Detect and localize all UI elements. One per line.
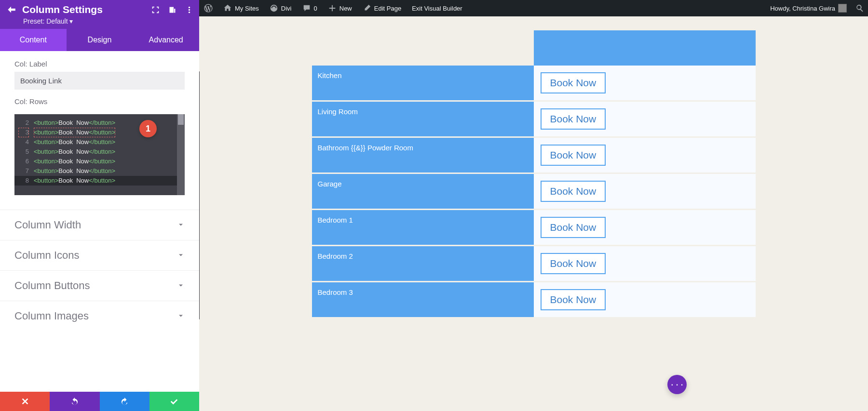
- edit-page-label: Edit Page: [374, 5, 401, 12]
- page-canvas: KitchenLiving RoomBathroom {{&}} Powder …: [199, 16, 868, 411]
- col-rows-label: Col: Rows: [14, 97, 185, 106]
- svg-point-1: [189, 9, 190, 10]
- chevron-down-icon: [177, 252, 185, 259]
- code-line[interactable]: 5<button>Book Now</button>: [14, 147, 185, 157]
- tab-content[interactable]: Content: [0, 29, 67, 51]
- code-line[interactable]: 4<button>Book Now</button>: [14, 137, 185, 147]
- col-label-label: Col: Label: [14, 60, 185, 68]
- howdy-label: Howdy, Christina Gwira: [770, 5, 835, 12]
- book-now-button[interactable]: Book Now: [541, 72, 606, 93]
- comments-count: 0: [314, 5, 317, 12]
- redo-icon: [120, 397, 129, 406]
- table-row: Book Now: [534, 138, 756, 172]
- close-icon: [21, 397, 29, 406]
- accordion-column-width[interactable]: Column Width: [0, 210, 199, 240]
- user-menu[interactable]: Howdy, Christina Gwira: [765, 0, 852, 16]
- code-line[interactable]: 2<button>Book Now</button>: [14, 118, 185, 128]
- site-label: Divi: [281, 5, 292, 12]
- chevron-down-icon: [177, 282, 185, 290]
- table-row: Book Now: [534, 102, 756, 136]
- back-icon[interactable]: [6, 4, 16, 15]
- accordion-column-icons[interactable]: Column Icons: [0, 240, 199, 270]
- preset-indicator[interactable]: Preset: Default ▾: [23, 17, 193, 25]
- table-row: Book Now: [534, 210, 756, 245]
- pencil-icon: [363, 4, 371, 13]
- wordpress-icon: [204, 4, 213, 13]
- table-row: Book Now: [534, 246, 756, 281]
- table-row: Book Now: [534, 66, 756, 100]
- book-now-button[interactable]: Book Now: [541, 253, 606, 274]
- my-sites-menu[interactable]: My Sites: [218, 0, 264, 16]
- plus-icon: [328, 4, 337, 13]
- chevron-down-icon: [177, 312, 185, 320]
- accordion-column-buttons[interactable]: Column Buttons: [0, 270, 199, 301]
- svg-point-0: [189, 6, 190, 8]
- table-row: Book Now: [534, 174, 756, 209]
- cancel-button[interactable]: [0, 392, 50, 411]
- table-row-label: Living Room: [312, 102, 534, 136]
- table-row: Book Now: [534, 282, 756, 317]
- tab-bar: Content Design Advanced: [0, 29, 199, 51]
- undo-icon: [70, 397, 79, 406]
- tab-design[interactable]: Design: [67, 29, 133, 51]
- site-menu[interactable]: Divi: [265, 0, 297, 16]
- dots-icon: ···: [671, 378, 685, 391]
- panel-footer: [0, 392, 199, 411]
- table-header-left: [312, 30, 534, 66]
- annotation-marker: 1: [139, 120, 157, 137]
- page-title: Column Settings: [22, 4, 146, 15]
- col-label-input[interactable]: [14, 72, 185, 90]
- focus-icon[interactable]: [151, 6, 160, 14]
- scrollbar[interactable]: [177, 114, 185, 195]
- chevron-down-icon: [177, 221, 185, 229]
- book-now-button[interactable]: Book Now: [541, 145, 606, 166]
- settings-panel: Column Settings Preset: Default ▾ Conten…: [0, 0, 199, 411]
- check-icon: [170, 397, 178, 406]
- table-row-label: Bedroom 2: [312, 246, 534, 281]
- new-menu[interactable]: New: [323, 0, 357, 16]
- comments-menu[interactable]: 0: [298, 0, 322, 16]
- book-now-button[interactable]: Book Now: [541, 108, 606, 130]
- book-now-button[interactable]: Book Now: [541, 217, 606, 238]
- exit-label: Exit Visual Builder: [412, 5, 462, 12]
- book-now-button[interactable]: Book Now: [541, 289, 606, 310]
- kebab-icon[interactable]: [185, 6, 193, 14]
- table-row-label: Bathroom {{&}} Powder Room: [312, 138, 534, 172]
- code-editor[interactable]: 2<button>Book Now</button>3<button>Book …: [14, 114, 185, 195]
- svg-point-2: [189, 11, 190, 13]
- wp-logo-menu[interactable]: [199, 0, 217, 16]
- undo-button[interactable]: [50, 392, 99, 411]
- my-sites-label: My Sites: [235, 5, 259, 12]
- search-icon[interactable]: [855, 4, 864, 13]
- table-row-label: Kitchen: [312, 66, 534, 100]
- save-button[interactable]: [149, 392, 199, 411]
- tab-advanced[interactable]: Advanced: [133, 29, 199, 51]
- accordion-column-images[interactable]: Column Images: [0, 301, 199, 331]
- code-line[interactable]: 3<button>Book Now</button>: [14, 128, 185, 137]
- panel-header: Column Settings Preset: Default ▾: [0, 0, 199, 29]
- table-row-label: Bedroom 1: [312, 210, 534, 245]
- code-line[interactable]: 8<button>Book Now</button>: [14, 176, 185, 186]
- code-line[interactable]: 6<button>Book Now</button>: [14, 157, 185, 166]
- avatar: [838, 4, 847, 13]
- new-label: New: [339, 5, 352, 12]
- table-header-right: [534, 30, 756, 66]
- table-row-label: Bedroom 3: [312, 282, 534, 317]
- divi-fab-button[interactable]: ···: [667, 375, 687, 394]
- responsive-icon[interactable]: [168, 6, 176, 14]
- book-now-button[interactable]: Book Now: [541, 181, 606, 202]
- preview-table: KitchenLiving RoomBathroom {{&}} Powder …: [312, 30, 756, 317]
- exit-visual-builder[interactable]: Exit Visual Builder: [407, 0, 467, 16]
- gauge-icon: [270, 4, 278, 13]
- code-line[interactable]: 7<button>Book Now</button>: [14, 166, 185, 176]
- comment-icon: [302, 4, 311, 13]
- table-row-label: Garage: [312, 174, 534, 209]
- edit-page-menu[interactable]: Edit Page: [358, 0, 406, 16]
- house-icon: [223, 4, 232, 13]
- redo-button[interactable]: [100, 392, 149, 411]
